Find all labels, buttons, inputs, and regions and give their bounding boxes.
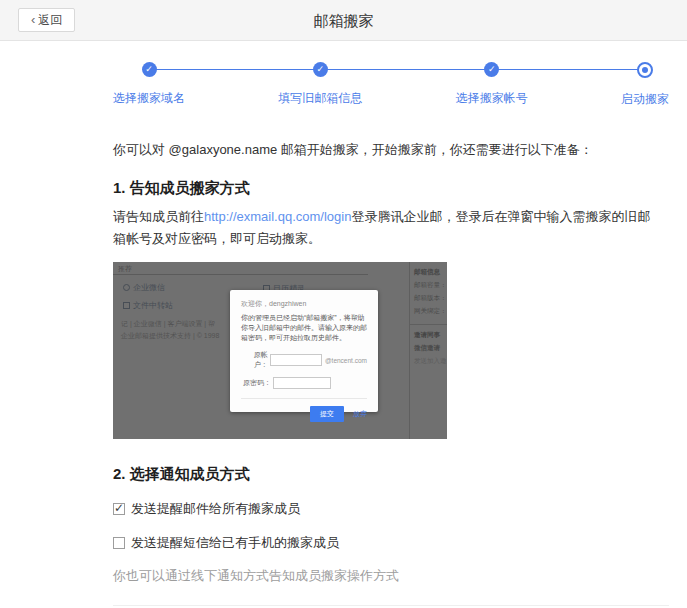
folder-icon [123, 302, 130, 309]
exmail-login-link[interactable]: http://exmail.qq.com/login [204, 209, 351, 224]
old-password-label: 原密码： [241, 378, 271, 388]
screenshot-migration-dialog: 欢迎你，dengzhiwen 你的管理员已经启动“邮箱搬家”，将帮助你导入旧邮箱… [230, 290, 378, 412]
checkbox-checked-icon[interactable] [113, 503, 125, 515]
step-select-accounts: ✓ 选择搬家帐号 [456, 62, 528, 108]
screenshot-header-fragment: 推荐 [113, 262, 368, 275]
checkbox-row-notify-sms[interactable]: 发送提醒短信给已有手机的搬家成员 [113, 534, 669, 552]
nav-label: 企业微信 [133, 282, 165, 293]
old-account-label: 原帐户： [241, 350, 268, 370]
step-current-dot-icon [637, 62, 653, 78]
dialog-account-row: 原帐户： @tencent.com [241, 350, 367, 370]
step-label: 启动搬家 [621, 91, 669, 108]
sidebar-panel1-title: 邮箱信息 [410, 262, 447, 277]
dialog-password-row: 原密码： [241, 377, 367, 389]
step-done-check-icon: ✓ [142, 62, 157, 77]
offline-notify-note: 你也可以通过线下通知方式告知成员搬家操作方式 [113, 567, 669, 585]
sidebar-bold-item: 微信邀请 [410, 340, 447, 353]
checkbox-unchecked-icon[interactable] [113, 537, 125, 549]
screenshot-footer-line1: 记 | 企业微信 | 客户端设置 | 帮 [121, 319, 215, 329]
dialog-greeting: 欢迎你，dengzhiwen [241, 299, 367, 309]
section1-paragraph: 请告知成员前往http://exmail.qq.com/login登录腾讯企业邮… [113, 206, 653, 250]
screenshot-nav-wework: 企业微信 [123, 282, 165, 293]
screenshot-sidebar: 邮箱信息 邮箱容量： 邮箱版本： 网关绑定： 邀请同事 微信邀请 发送加入邀 [409, 262, 447, 439]
dialog-divider [241, 398, 367, 399]
intro-text: 你可以对 @galaxyone.name 邮箱开始搬家，开始搬家前，你还需要进行… [113, 141, 669, 159]
back-chevron-icon: ‹ [31, 12, 35, 27]
sidebar-gray-item: 发送加入邀 [410, 353, 447, 366]
sidebar-row: 邮箱容量： [410, 277, 447, 290]
old-password-input[interactable] [273, 377, 331, 389]
step-done-check-icon: ✓ [484, 62, 499, 77]
step-done-check-icon: ✓ [313, 62, 328, 77]
old-account-input[interactable] [270, 354, 322, 366]
step-select-domain: ✓ 选择搬家域名 [113, 62, 185, 108]
step-old-mailbox-info: ✓ 填写旧邮箱信息 [278, 62, 362, 108]
back-button-label: 返回 [38, 13, 62, 27]
progress-stepper: ✓ 选择搬家域名 ✓ 填写旧邮箱信息 ✓ 选择搬家帐号 启动搬家 [113, 62, 669, 108]
wework-icon [123, 284, 130, 291]
section1-heading: 1. 告知成员搬家方式 [113, 179, 669, 198]
page-title: 邮箱搬家 [0, 0, 687, 41]
email-migration-page: ‹返回 邮箱搬家 ✓ 选择搬家域名 ✓ 填写旧邮箱信息 ✓ 选择搬家帐号 [0, 0, 687, 608]
account-domain-suffix: @tencent.com [325, 357, 367, 364]
sidebar-row: 网关绑定： [410, 303, 447, 316]
section2-heading: 2. 选择通知成员方式 [113, 465, 669, 484]
instruction-screenshot: 推荐 企业微信 文件中转站 日历精灵 记 | 企业微信 | 客户端设置 | 帮 … [113, 262, 447, 439]
step-label: 选择搬家域名 [113, 90, 185, 107]
sidebar-row: 邮箱版本： [410, 290, 447, 303]
nav-label: 文件中转站 [133, 300, 173, 311]
dialog-cancel-button[interactable]: 放弃 [353, 409, 367, 419]
main-content: ✓ 选择搬家域名 ✓ 填写旧邮箱信息 ✓ 选择搬家帐号 启动搬家 你可以对 @g… [113, 62, 669, 608]
dialog-body-text: 你的管理员已经启动“邮箱搬家”，将帮助你导入旧邮箱中的邮件。请输入原来的邮箱密码… [241, 313, 367, 343]
footer-divider [113, 605, 669, 606]
dialog-submit-button[interactable]: 提交 [310, 406, 344, 422]
sidebar-panel2-title: 邀请同事 [410, 325, 447, 340]
checkbox-row-notify-email[interactable]: 发送提醒邮件给所有搬家成员 [113, 500, 669, 518]
section1-text-before: 请告知成员前往 [113, 209, 204, 224]
checkbox-label: 发送提醒邮件给所有搬家成员 [131, 500, 300, 518]
step-label: 填写旧邮箱信息 [278, 90, 362, 107]
step-label: 选择搬家帐号 [456, 90, 528, 107]
screenshot-nav-file-transfer: 文件中转站 [123, 300, 173, 311]
checkbox-label: 发送提醒短信给已有手机的搬家成员 [131, 534, 339, 552]
topbar: ‹返回 邮箱搬家 [0, 0, 687, 41]
step-start-migration: 启动搬家 [621, 62, 669, 108]
back-button[interactable]: ‹返回 [18, 8, 75, 32]
screenshot-footer-line2: 企业邮箱提供技术支持 | © 1998 [121, 331, 219, 341]
